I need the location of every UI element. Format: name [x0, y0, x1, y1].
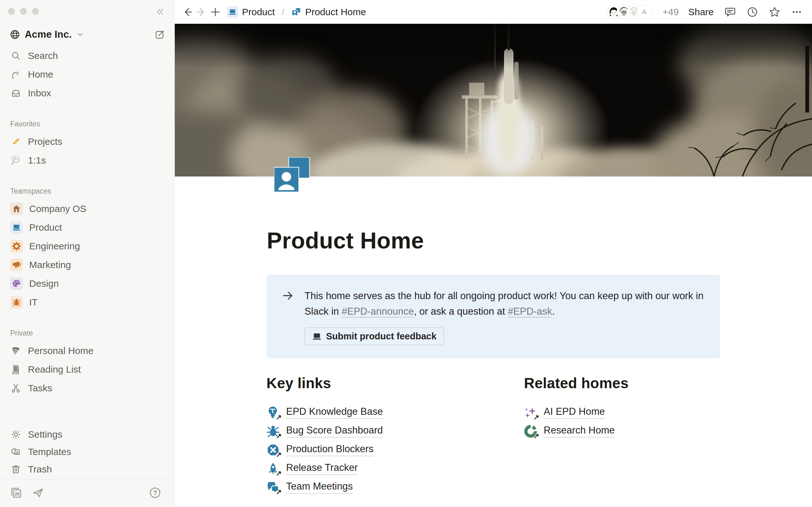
- page-history-button[interactable]: [745, 5, 759, 19]
- thought-balloon-icon: [10, 155, 21, 166]
- presence-avatars[interactable]: A: [607, 5, 651, 19]
- sidebar-item-label: Templates: [28, 447, 71, 457]
- slack-link-epd-ask[interactable]: #EPD-ask: [508, 306, 552, 318]
- new-tab-button[interactable]: [208, 5, 222, 19]
- back-button[interactable]: [181, 5, 194, 19]
- page-link-row: ↗ EPD Knowledge Base: [266, 403, 495, 422]
- arrow-right-icon: [196, 7, 207, 17]
- trash-icon: [10, 464, 21, 475]
- share-button[interactable]: Share: [687, 5, 715, 19]
- sidebar-section-private: Private Personal Home Reading List: [0, 327, 174, 397]
- sidebar-item-it[interactable]: IT: [0, 293, 174, 312]
- sidebar-item-label: Design: [29, 278, 59, 289]
- sidebar-section-favorites: Favorites Projects: [0, 118, 174, 170]
- section-heading: Related homes: [524, 375, 720, 392]
- sidebar-item-projects[interactable]: Projects: [0, 132, 174, 151]
- breadcrumb-separator: /: [282, 7, 284, 17]
- sidebar-item-label: Search: [28, 50, 58, 61]
- new-page-button[interactable]: [154, 28, 166, 41]
- breadcrumb-item-product[interactable]: Product: [227, 6, 275, 18]
- cover-image-shuttle-launch: [175, 24, 812, 176]
- submit-feedback-button[interactable]: Submit product feedback: [305, 327, 444, 345]
- sidebar-item-label: Engineering: [29, 241, 80, 251]
- callout-text: This home serves as the hub for all ongo…: [305, 288, 705, 346]
- sidebar-item-reading-list[interactable]: Reading List: [0, 360, 174, 379]
- sidebar-item-templates[interactable]: Templates: [0, 443, 174, 460]
- megaphone-icon: [10, 259, 23, 271]
- sidebar-item-search[interactable]: Search: [0, 46, 174, 65]
- favorite-button[interactable]: [768, 5, 781, 19]
- sidebar-main-nav: Search Home Inbox: [0, 46, 174, 102]
- plus-icon: [210, 7, 220, 17]
- sidebar-item-label: Company OS: [29, 204, 86, 214]
- sidebar-item-engineering[interactable]: Engineering: [0, 237, 174, 256]
- clock-icon: [747, 6, 758, 18]
- sidebar-item-company-os[interactable]: Company OS: [0, 199, 174, 218]
- sidebar-item-label: 1:1s: [28, 155, 46, 166]
- link-production-blockers[interactable]: Production Blockers: [286, 443, 374, 456]
- sidebar-collapse-button[interactable]: [154, 6, 166, 18]
- sidebar-item-tasks[interactable]: Tasks: [0, 379, 174, 397]
- sidebar-item-home[interactable]: Home: [0, 65, 174, 83]
- page-link-row: ↗ Production Blockers: [266, 441, 495, 459]
- link-bug-score-dashboard[interactable]: Bug Score Dashboard: [286, 425, 383, 438]
- sidebar-footer: 28 ?: [0, 479, 174, 507]
- page-icon-contact-card[interactable]: [274, 157, 310, 193]
- comments-button[interactable]: [723, 5, 737, 19]
- rocket-icon: ↗: [266, 462, 280, 475]
- arrow-right-icon: [282, 289, 294, 302]
- sidebar-item-product[interactable]: Product: [0, 218, 174, 237]
- link-arrow-icon: ↗: [276, 432, 282, 440]
- slack-link-epd-announce[interactable]: #EPD-announce: [342, 306, 414, 318]
- section-title[interactable]: Private: [0, 327, 174, 339]
- link-team-meetings[interactable]: Team Meetings: [286, 481, 353, 494]
- sidebar-item-1-1s[interactable]: 1:1s: [0, 151, 174, 170]
- section-title[interactable]: Favorites: [0, 118, 174, 130]
- sidebar: Acme Inc. Search: [0, 0, 175, 507]
- link-arrow-icon: ↗: [534, 432, 539, 440]
- window-zoom-button[interactable]: [32, 8, 39, 15]
- pizza-icon: [10, 345, 21, 356]
- link-research-home[interactable]: Research Home: [544, 425, 615, 438]
- donut-chart-icon: ↗: [524, 425, 537, 438]
- window-minimize-button[interactable]: [20, 8, 27, 15]
- breadcrumb-item-product-home[interactable]: Product Home: [291, 7, 366, 17]
- chevron-down-icon: [77, 31, 84, 38]
- sidebar-item-label: Personal Home: [28, 345, 94, 356]
- sidebar-item-personal-home[interactable]: Personal Home: [0, 341, 174, 360]
- gear-icon: [10, 240, 23, 252]
- workspace-switcher[interactable]: Acme Inc.: [0, 23, 174, 46]
- invite-members-button[interactable]: [32, 487, 44, 500]
- calendar-28-icon: 28: [9, 486, 23, 499]
- link-ai-epd-home[interactable]: AI EPD Home: [544, 406, 605, 419]
- calendar-button[interactable]: 28: [9, 486, 23, 501]
- sidebar-item-design[interactable]: Design: [0, 274, 174, 293]
- star-icon: [768, 6, 780, 18]
- sidebar-item-settings[interactable]: Settings: [0, 426, 174, 443]
- sidebar-section-teamspaces: Teamspaces Company OS Product: [0, 185, 174, 312]
- laptop-icon: [227, 6, 238, 18]
- forward-button[interactable]: [194, 5, 208, 19]
- sidebar-item-trash[interactable]: Trash: [0, 460, 174, 478]
- link-epd-knowledge-base[interactable]: EPD Knowledge Base: [286, 406, 383, 419]
- presence-overflow-count[interactable]: +49: [663, 7, 679, 17]
- sidebar-item-inbox[interactable]: Inbox: [0, 83, 174, 102]
- sidebar-bottom-nav: Settings Templates Trash: [0, 426, 174, 507]
- inbox-icon: [10, 88, 21, 99]
- window-close-button[interactable]: [8, 8, 15, 15]
- sidebar-item-label: Product: [29, 222, 62, 233]
- link-release-tracker[interactable]: Release Tracker: [286, 462, 358, 475]
- ellipsis-icon: [791, 6, 803, 18]
- paper-plane-icon: [32, 487, 44, 499]
- key-links-column: Key links ↗ EPD Knowledge Base: [266, 375, 495, 497]
- more-options-button[interactable]: [790, 5, 804, 19]
- help-button[interactable]: ?: [148, 486, 162, 501]
- arrow-left-icon: [182, 7, 193, 17]
- section-title[interactable]: Teamspaces: [0, 185, 174, 197]
- link-arrow-icon: ↗: [276, 488, 282, 496]
- compose-icon: [154, 29, 165, 40]
- link-arrow-icon: ↗: [276, 451, 282, 459]
- sidebar-item-marketing[interactable]: Marketing: [0, 256, 174, 274]
- page-title[interactable]: Product Home: [267, 228, 424, 253]
- topbar: Product / Product Home: [175, 0, 812, 24]
